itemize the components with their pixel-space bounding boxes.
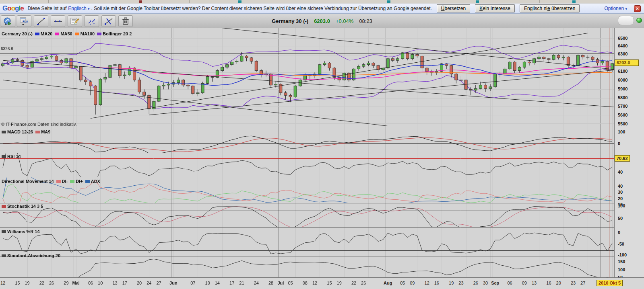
- delete-line-icon: [104, 17, 114, 26]
- axis-tick-label: 40: [618, 169, 623, 175]
- date-tick-label: 27: [156, 281, 161, 285]
- stoch-panel-legend: Stochastik 14 3 5: [2, 204, 43, 209]
- translate-message: . Soll sie mit der Google Toolbar überse…: [91, 6, 432, 11]
- chart-canvas[interactable]: [0, 28, 614, 277]
- axis-tick-label: 50: [618, 215, 623, 221]
- williams-title: Williams %R 14: [2, 229, 40, 234]
- legend-bollinger: Bollinger 20 2: [97, 31, 132, 36]
- chrome-icon: [572, 0, 576, 3]
- svg-text:FLA: FLA: [23, 20, 28, 23]
- chrome-icon: [476, 0, 479, 3]
- ma50-swatch: [55, 33, 59, 35]
- axis-tick-label: 20: [618, 196, 623, 201]
- google-logo: Google: [2, 4, 24, 12]
- ma100-swatch: [75, 33, 79, 35]
- zigzag-tool-button[interactable]: [85, 15, 99, 27]
- di-plus-swatch: [70, 180, 74, 183]
- date-tick-label: 09: [522, 281, 527, 285]
- ma9-swatch: [35, 131, 40, 133]
- axis-tick-label: -50: [618, 241, 624, 247]
- date-tick-label: Jul: [277, 281, 284, 285]
- date-tick-label: 10: [205, 281, 210, 285]
- axis-tick-label: 6000: [618, 77, 627, 83]
- trash-icon: [122, 17, 130, 26]
- edit-list-icon: [70, 17, 80, 26]
- date-tick-label: 07: [190, 281, 195, 285]
- date-tick-label: 27: [580, 281, 585, 285]
- quote-time: 08:23: [359, 18, 372, 24]
- axis-tick-label: 6500: [618, 35, 627, 41]
- axis-tick-label: 5600: [618, 112, 627, 118]
- resistance-level-label: 6326.8: [1, 47, 13, 51]
- chevron-down-icon: ▾: [88, 7, 90, 11]
- axis-tick-label: 100: [618, 267, 625, 273]
- chrome-divider: [298, 0, 298, 3]
- axis-tick-label: 0: [618, 230, 620, 235]
- price-change: +0.04%: [336, 18, 353, 24]
- edit-objects-button[interactable]: [68, 15, 82, 27]
- delete-all-button[interactable]: [118, 15, 133, 27]
- bollinger-swatch: [97, 33, 101, 35]
- chart-region: Germany 30 (-) MA20 MA50 MA100 Bollinger…: [0, 28, 644, 289]
- stddev-panel-legend: Standard-Abweichung 20: [2, 253, 60, 258]
- axis-tick-label: 100: [618, 129, 625, 135]
- chrome-divider: [620, 0, 620, 3]
- close-toolbar-button[interactable]: ✕: [634, 5, 641, 12]
- date-tick-label: 29: [64, 281, 68, 285]
- chrome-icon: [238, 0, 242, 3]
- date-tick-label: 08: [303, 281, 308, 285]
- axis-tick-label: 40: [618, 183, 623, 189]
- stoch-swatch: [2, 205, 6, 208]
- workspace-button[interactable]: FLA: [17, 15, 31, 27]
- translate-button[interactable]: Übersetzen: [437, 4, 470, 12]
- never-translate-button[interactable]: Englisch nie übersetzen: [520, 4, 580, 12]
- chrome-divider: [48, 0, 49, 3]
- macd-signal-label: MA9: [35, 129, 50, 134]
- date-tick-label: 21: [239, 281, 244, 285]
- ma20-swatch: [35, 33, 39, 35]
- date-tick-label: 17: [122, 281, 127, 285]
- chrome-icon: [387, 0, 390, 3]
- axis-tick-label: 100: [618, 203, 625, 209]
- chart-mode-button[interactable]: [1, 15, 15, 27]
- date-tick-label: 12: [425, 281, 429, 285]
- horizontal-line-tool-button[interactable]: [51, 15, 65, 27]
- application-window: Google Diese Seite ist auf Englisch ▾ . …: [0, 0, 644, 289]
- dm-panel-legend: Directional Movement 14 DI- DI+ ADX: [2, 179, 100, 184]
- date-tick-label: 16: [434, 281, 439, 285]
- browser-chrome-strip: [0, 0, 644, 3]
- williams-panel-legend: Williams %R 14: [2, 229, 40, 234]
- no-interest-button[interactable]: Kein Interesse: [475, 4, 515, 12]
- di-minus-swatch: [56, 180, 61, 183]
- date-tick-label: Mai: [72, 281, 79, 285]
- delete-line-tool-button[interactable]: [101, 15, 116, 27]
- trendline-tool-button[interactable]: [34, 15, 48, 27]
- axis-tick-label: 5900: [618, 86, 627, 92]
- chrome-icon: [139, 0, 142, 3]
- date-tick-label: 20: [137, 281, 142, 285]
- language-dropdown[interactable]: Englisch ▾: [68, 6, 89, 11]
- date-tick-label: 15: [15, 281, 20, 285]
- axis-tick-label: 150: [618, 259, 625, 264]
- date-axis[interactable]: 2010 Okt 5 121519222629Mai06101317202427…: [0, 277, 644, 289]
- date-tick-label: 19: [449, 281, 454, 285]
- zigzag-arrows-icon: [87, 17, 97, 26]
- date-tick-label: 24: [147, 281, 151, 285]
- date-tick-label: 26: [473, 281, 478, 285]
- instrument-name: Germany 30 (-): [272, 18, 308, 24]
- axis-tick-label: 6400: [618, 43, 627, 49]
- macd-swatch: [2, 131, 6, 133]
- trendline-icon: [36, 17, 46, 26]
- date-tick-label: 19: [25, 281, 29, 285]
- axis-tick-label: 5800: [618, 95, 627, 100]
- date-tick-label: 28: [268, 281, 273, 285]
- connection-status-led: [636, 18, 642, 23]
- date-tick-label: 23: [458, 281, 463, 285]
- price-panel-legend: Germany 30 (-) MA20 MA50 MA100 Bollinger…: [2, 31, 132, 36]
- adx-swatch: [85, 180, 90, 183]
- macd-panel-legend: MACD 12-26 MA9: [2, 129, 50, 134]
- options-dropdown[interactable]: Optionen ▾: [604, 6, 627, 11]
- date-tick-label: Sep: [491, 281, 499, 285]
- date-tick-label: Aug: [384, 281, 392, 285]
- chart-mode-icon: [3, 17, 13, 26]
